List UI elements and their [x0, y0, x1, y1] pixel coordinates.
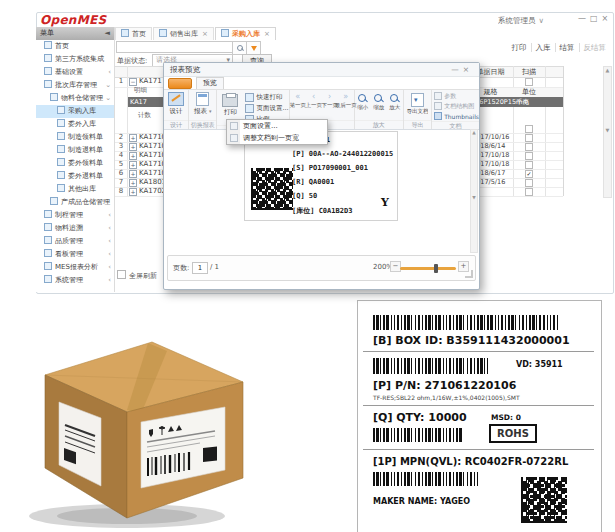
sidebar-item-outsource-return[interactable]: 委外退料单 — [36, 170, 114, 183]
dialog-close-button[interactable]: × — [463, 65, 473, 74]
zoom-out-button[interactable]: 缩小 — [355, 92, 371, 111]
zoom-minus-button[interactable]: − — [390, 261, 401, 272]
sidebar-item-system-mgmt[interactable]: 系统管理‹ — [36, 274, 114, 287]
sidebar-item-batch-inventory[interactable]: 批次库存管理⌄ — [36, 79, 114, 92]
scan-checkbox[interactable] — [525, 134, 533, 142]
inbound-button[interactable]: 入库 — [531, 43, 555, 52]
expand-icon[interactable]: + — [129, 134, 137, 142]
page-number-input[interactable]: 1 — [192, 262, 208, 274]
sidebar-item-mfg-picking[interactable]: 制造领料单 — [36, 131, 114, 144]
scan-checkbox-checked[interactable]: ✓ — [525, 170, 533, 178]
user-menu[interactable]: 系统管理员∨ — [498, 16, 544, 26]
column-header-scan[interactable]: 扫描 — [513, 67, 545, 77]
dialog-minimize-button[interactable]: — — [451, 65, 463, 74]
detail-selected-row[interactable]: 246P1520P15mm 千克 — [468, 97, 563, 107]
zoom-button[interactable]: 缩放 — [371, 92, 387, 111]
chevron-down-icon: ∨ — [539, 16, 545, 25]
thumbnails-button[interactable]: Thumbnails — [432, 111, 479, 121]
sidebar-item-mfg-return[interactable]: 制造退料单 — [36, 144, 114, 157]
scan-checkbox[interactable] — [525, 125, 533, 133]
menu-item-page-setup[interactable]: 页面设置... — [227, 120, 327, 132]
close-icon[interactable]: × — [202, 30, 208, 38]
expand-icon[interactable]: + — [129, 188, 137, 196]
selected-detail-cell[interactable]: KA17 — [128, 97, 164, 107]
tab-sales-outbound[interactable]: 销售出库× — [153, 27, 214, 40]
tab-icon — [221, 29, 229, 37]
quick-print-button[interactable]: 快速打印 — [243, 92, 290, 103]
expand-icon[interactable]: + — [129, 179, 137, 187]
tab-icon — [159, 29, 167, 37]
close-icon[interactable]: × — [264, 30, 270, 38]
export-button[interactable]: 导出文档 — [406, 92, 428, 115]
scan-checkbox[interactable] — [525, 78, 533, 86]
sidebar-item-outsource-inbound[interactable]: 委外入库 — [36, 118, 114, 131]
chevron-icon: ‹ — [108, 66, 111, 79]
label-line: [P] 00A--AO-244012200015 — [292, 150, 393, 158]
unsettle-button[interactable]: 反结算 — [579, 43, 611, 52]
user-name: 系统管理员 — [498, 16, 536, 25]
preview-scrollbar[interactable]: ▲▼ — [470, 129, 478, 253]
prev-page-button[interactable]: ‹上一页 — [306, 92, 322, 109]
grid-scrollbar[interactable]: ▲▼ — [603, 66, 612, 198]
sidebar-item-purchase-inbound[interactable]: 采购入库 — [36, 105, 114, 118]
file-tab[interactable] — [168, 78, 192, 89]
pin-icon[interactable]: ◄ — [105, 27, 110, 40]
expand-icon[interactable]: + — [129, 143, 137, 151]
sidebar-item-mes-reports[interactable]: MES报表分析‹ — [36, 261, 114, 274]
sidebar-item-kanban-mgmt[interactable]: 看板管理‹ — [36, 248, 114, 261]
sidebar-item-basic-settings[interactable]: 基础设置‹ — [36, 66, 114, 79]
zoom-slider[interactable] — [400, 267, 456, 270]
menu-icon — [44, 80, 52, 88]
zoom-in-button[interactable]: 放大 — [387, 92, 403, 111]
report-button[interactable]: 报表 ▾ — [194, 92, 212, 116]
zoom-slider-handle[interactable] — [434, 264, 438, 273]
parameters-button[interactable]: 参数 — [432, 91, 479, 101]
scan-checkbox[interactable] — [525, 179, 533, 187]
document-map-button[interactable]: 文档结构图 — [432, 101, 479, 111]
sidebar-item-process-mgmt[interactable]: 制程管理‹ — [36, 209, 114, 222]
sidebar-item-other-outbound[interactable]: 其他出库 — [36, 183, 114, 196]
sidebar-item-outsource-picking[interactable]: 委外领料单 — [36, 157, 114, 170]
scan-checkbox[interactable] — [525, 188, 533, 196]
report-preview-dialog: 报表预览 —× 预览 设计 设计 报表 ▾ 切换报表 打印 快速打印 页面设置. — [163, 62, 480, 290]
menu-item-fit-page[interactable]: 调整文档到一页宽 — [227, 132, 327, 144]
ribbon-group-document: 参数 文档结构图 Thumbnails 文档 — [432, 90, 479, 129]
fullscreen-toggle[interactable]: 全屏刷新 — [117, 270, 157, 281]
print-button[interactable]: 打印 — [508, 43, 531, 52]
first-page-button[interactable]: «第一页 — [290, 92, 306, 109]
search-button[interactable] — [232, 41, 247, 55]
design-button[interactable]: 设计 — [168, 92, 184, 116]
close-button[interactable]: × — [602, 14, 613, 23]
maximize-button[interactable]: □ — [590, 14, 602, 23]
last-page-button[interactable]: »最后一页 — [338, 92, 354, 109]
collapse-icon[interactable]: − — [129, 78, 137, 86]
print-button-large[interactable]: 打印 — [217, 92, 243, 117]
sidebar-item-quality-mgmt[interactable]: 品质管理‹ — [36, 235, 114, 248]
tab-purchase-inbound[interactable]: 采购入库× — [215, 27, 276, 40]
resize-grip[interactable] — [465, 270, 473, 278]
sidebar-item-home[interactable]: 首页 — [36, 40, 114, 53]
scan-checkbox[interactable] — [525, 152, 533, 160]
sidebar-item-material-warehouse[interactable]: 物料仓储管理⌄ — [36, 92, 114, 105]
column-header-unit[interactable]: 单位 — [513, 88, 545, 97]
page-setup-button[interactable]: 页面设置... — [243, 103, 290, 114]
expand-icon[interactable]: + — [129, 170, 137, 178]
dialog-titlebar[interactable]: 报表预览 —× — [164, 63, 479, 77]
tab-home[interactable]: 首页 — [115, 27, 152, 40]
label-mark: Y — [381, 196, 389, 209]
settle-button[interactable]: 结算 — [555, 43, 579, 52]
filter-icon — [251, 46, 257, 51]
tab-preview[interactable]: 预览 — [196, 77, 224, 89]
sidebar-item-finished-warehouse[interactable]: 产成品仓储管理‹ — [36, 196, 114, 209]
expand-icon[interactable]: + — [129, 152, 137, 160]
search-input[interactable] — [116, 41, 234, 53]
menu-icon — [57, 171, 65, 179]
expand-icon[interactable]: + — [129, 161, 137, 169]
scan-checkbox[interactable] — [525, 143, 533, 151]
sidebar-item-integration[interactable]: 第三方系统集成 — [36, 53, 114, 66]
checkbox-icon[interactable] — [117, 270, 126, 279]
filter-button[interactable] — [246, 41, 261, 55]
sidebar-item-material-trace[interactable]: 物料追溯‹ — [36, 222, 114, 235]
scan-checkbox[interactable] — [525, 161, 533, 169]
minimize-button[interactable]: — — [578, 14, 590, 23]
